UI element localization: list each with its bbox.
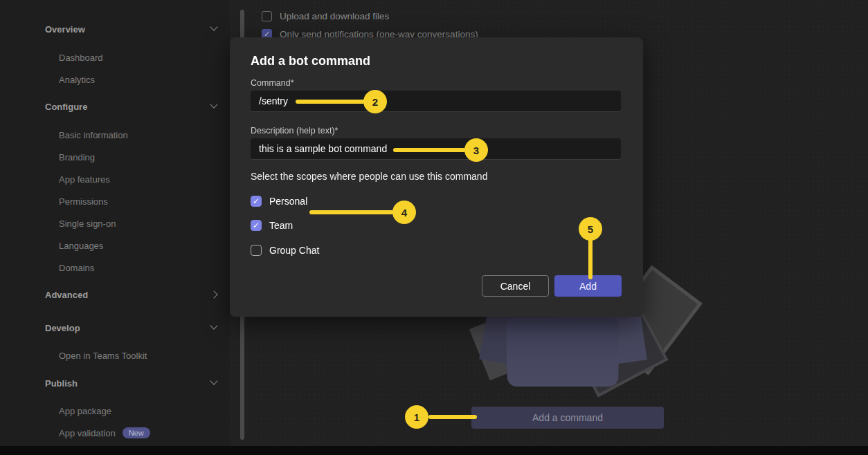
chevron-down-icon [210, 322, 217, 329]
sidebar-item-basic-information[interactable]: Basic information [59, 129, 218, 141]
sidebar-item-branding[interactable]: Branding [59, 151, 218, 163]
sidebar-item-label: App package [59, 406, 111, 416]
sidebar-item-label: Single sign-on [59, 219, 116, 229]
checkbox-unchecked-icon[interactable] [262, 11, 272, 21]
sidebar-item-app-package[interactable]: App package [59, 405, 218, 417]
sidebar-item-dashboard[interactable]: Dashboard [59, 51, 218, 64]
annotation-line-1 [428, 415, 477, 419]
sidebar-item-label: Domains [59, 263, 94, 273]
chevron-down-icon [210, 100, 217, 108]
sidebar-item-app-features[interactable]: App features [59, 173, 218, 185]
sidebar-item-domains[interactable]: Domains [59, 261, 218, 274]
sidebar-item-label: App features [59, 174, 110, 185]
scope-label: Team [269, 220, 293, 231]
chevron-down-icon [210, 23, 217, 30]
teams-developer-portal: Overview Dashboard Analytics Configure B… [0, 0, 868, 455]
sidebar-item-label: App validation [59, 428, 116, 438]
sidebar-item-label: Basic information [59, 130, 128, 140]
sidebar-item-label: Dashboard [59, 53, 103, 63]
chevron-right-icon [210, 290, 217, 298]
sidebar-item-open-in-teams-toolkit[interactable]: Open in Teams Toolkit [59, 349, 218, 362]
sidebar-section-label: Develop [45, 323, 80, 333]
sidebar-section-develop[interactable]: Develop [45, 322, 218, 334]
sidebar-item-label: Branding [59, 152, 95, 162]
annotation-badge-3: 3 [464, 138, 488, 162]
checkbox-checked-icon[interactable]: ✓ [251, 220, 262, 231]
annotation-line-3 [393, 148, 466, 152]
scopes-heading: Select the scopes where people can use t… [251, 171, 487, 182]
description-field-label: Description (help text)* [251, 126, 338, 136]
sidebar-item-permissions[interactable]: Permissions [59, 195, 218, 207]
sidebar-section-label: Configure [45, 102, 87, 112]
bottom-edge-bar [0, 446, 868, 455]
sidebar-item-languages[interactable]: Languages [59, 239, 218, 252]
scope-personal-checkbox-row[interactable]: ✓ Personal [251, 196, 307, 207]
scope-team-checkbox-row[interactable]: ✓ Team [251, 220, 293, 231]
sidebar-item-app-validation[interactable]: App validation New [59, 427, 218, 439]
annotation-badge-5: 5 [579, 217, 602, 241]
annotation-line-4 [309, 210, 394, 214]
new-badge: New [123, 427, 150, 438]
sidebar-nav: Overview Dashboard Analytics Configure B… [0, 0, 230, 446]
sidebar-item-label: Analytics [59, 75, 95, 85]
annotation-line-5 [588, 239, 593, 279]
illustration-box [506, 318, 620, 387]
annotation-badge-2: 2 [363, 90, 387, 113]
annotation-badge-1: 1 [405, 405, 428, 429]
chevron-down-icon [210, 377, 217, 384]
dialog-title: Add a bot command [251, 54, 370, 68]
sidebar-section-label: Advanced [45, 290, 88, 300]
checkbox-label: Upload and download files [280, 11, 389, 21]
add-a-command-button[interactable]: Add a command [471, 407, 664, 429]
sidebar-item-label: Languages [59, 241, 103, 251]
scope-group-chat-checkbox-row[interactable]: Group Chat [251, 245, 319, 256]
sidebar-section-publish[interactable]: Publish [45, 377, 218, 389]
annotation-line-2 [296, 100, 365, 104]
command-field-label: Command* [251, 78, 294, 88]
annotation-badge-4: 4 [392, 201, 416, 224]
cancel-button[interactable]: Cancel [482, 275, 549, 297]
scope-label: Personal [269, 196, 307, 207]
checkbox-checked-icon[interactable]: ✓ [251, 196, 262, 207]
sidebar-item-label: Permissions [59, 196, 108, 207]
sidebar-section-label: Overview [45, 24, 85, 35]
sidebar-section-overview[interactable]: Overview [45, 23, 218, 35]
sidebar-item-analytics[interactable]: Analytics [59, 73, 218, 86]
upload-download-checkbox-row[interactable]: Upload and download files [262, 11, 389, 21]
checkbox-unchecked-icon[interactable] [251, 245, 262, 256]
sidebar-section-advanced[interactable]: Advanced [45, 288, 218, 301]
sidebar-item-label: Open in Teams Toolkit [59, 351, 147, 361]
scope-label: Group Chat [269, 245, 319, 256]
sidebar-section-label: Publish [45, 378, 78, 389]
sidebar-item-single-sign-on[interactable]: Single sign-on [59, 217, 218, 230]
sidebar-section-configure[interactable]: Configure [45, 100, 218, 113]
add-bot-command-dialog: Add a bot command Command* Description (… [230, 37, 643, 317]
